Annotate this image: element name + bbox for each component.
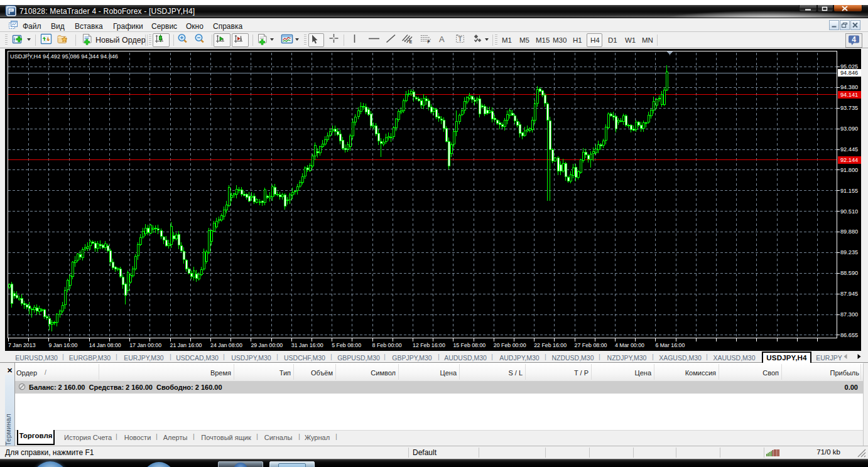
- svg-text:90.510: 90.510: [840, 208, 858, 215]
- svg-text:91.155: 91.155: [840, 188, 858, 194]
- svg-text:12 Feb 16:00: 12 Feb 16:00: [413, 342, 445, 348]
- svg-text:93.090: 93.090: [840, 126, 858, 132]
- svg-text:14 Jan 08:00: 14 Jan 08:00: [89, 342, 121, 348]
- svg-text:29 Jan 00:00: 29 Jan 00:00: [251, 342, 283, 348]
- svg-text:6 Mar 16:00: 6 Mar 16:00: [655, 342, 685, 348]
- svg-text:9 Jan 16:00: 9 Jan 16:00: [48, 342, 77, 348]
- svg-text:24 Jan 08:00: 24 Jan 08:00: [210, 342, 242, 348]
- svg-text:E: E: [410, 40, 413, 44]
- svg-text:7 Jan 2013: 7 Jan 2013: [8, 342, 36, 348]
- svg-text:USDJPY,H4 94.492 95.086 94.34: USDJPY,H4 94.492 95.086 94.344 94.846: [10, 53, 118, 60]
- svg-text:93.735: 93.735: [840, 105, 858, 111]
- svg-text:94.846: 94.846: [840, 70, 858, 76]
- svg-text:8 Feb 00:00: 8 Feb 00:00: [372, 342, 402, 348]
- svg-text:92.445: 92.445: [840, 146, 858, 153]
- svg-text:5 Feb 08:00: 5 Feb 08:00: [332, 342, 361, 348]
- svg-text:17 Jan 00:00: 17 Jan 00:00: [129, 342, 161, 348]
- svg-text:31 Jan 16:00: 31 Jan 16:00: [291, 342, 323, 348]
- svg-text:20 Feb 00:00: 20 Feb 00:00: [494, 342, 526, 348]
- svg-text:95.025: 95.025: [840, 63, 858, 70]
- svg-text:A: A: [439, 35, 445, 44]
- svg-text:89.880: 89.880: [840, 228, 858, 235]
- svg-text:86.655: 86.655: [840, 332, 858, 338]
- svg-text:94.141: 94.141: [840, 92, 858, 98]
- svg-text:22 Feb 16:00: 22 Feb 16:00: [534, 342, 567, 348]
- svg-text:21 Jan 16:00: 21 Jan 16:00: [170, 342, 202, 348]
- svg-text:T: T: [458, 35, 462, 43]
- svg-text:89.235: 89.235: [840, 249, 858, 255]
- svg-text:87.945: 87.945: [840, 291, 858, 297]
- svg-text:92.144: 92.144: [840, 157, 858, 163]
- svg-text:15 Feb 08:00: 15 Feb 08:00: [453, 342, 486, 348]
- svg-text:87.300: 87.300: [840, 311, 858, 318]
- svg-text:91.800: 91.800: [840, 167, 858, 173]
- svg-text:88.590: 88.590: [840, 270, 858, 276]
- svg-text:4 Mar 00:00: 4 Mar 00:00: [615, 342, 644, 348]
- svg-text:27 Feb 08:00: 27 Feb 08:00: [575, 342, 607, 348]
- svg-text:94.380: 94.380: [840, 84, 858, 90]
- svg-text:F: F: [428, 40, 431, 44]
- svg-text:4: 4: [852, 35, 856, 44]
